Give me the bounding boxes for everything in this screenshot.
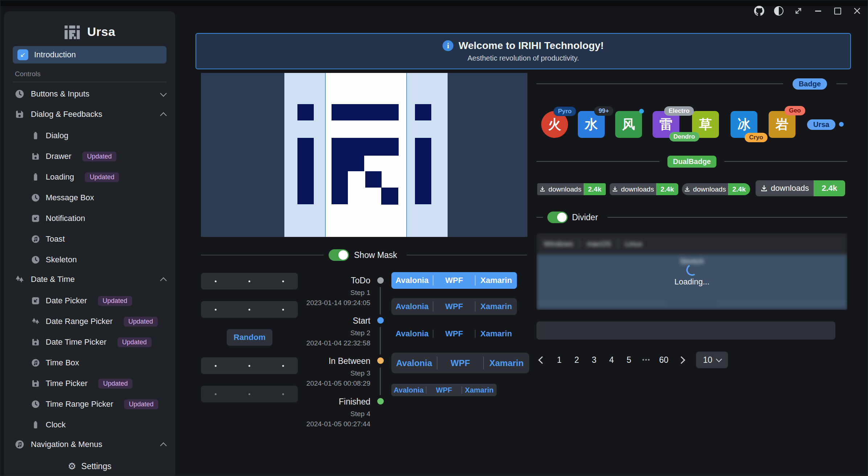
next-page-button[interactable] (676, 352, 687, 368)
show-mask-toggle[interactable] (329, 249, 349, 261)
last-page-button[interactable]: 60 (658, 352, 669, 368)
page-5-button[interactable]: 5 (624, 352, 634, 368)
downloads-badge-3: downloads 2.4k (682, 183, 750, 195)
tile-cryo: 冰 Cryo (731, 111, 757, 138)
masked-input-3[interactable] (201, 357, 298, 374)
updated-badge: Updated (124, 399, 158, 409)
random-button[interactable]: Random (227, 329, 272, 346)
show-mask-label: Show Mask (354, 250, 397, 260)
page-size-dropdown[interactable]: 10 (696, 352, 728, 368)
timeline-entry: Start Step 2 2024-01-04 22:32:58 (301, 316, 370, 348)
downloads-label: downloads (693, 185, 726, 193)
sidebar-item-dialog[interactable]: Dialog (4, 128, 175, 144)
sidebar-group-dialog-feedbacks[interactable]: Dialog & Feedbacks (4, 106, 175, 123)
avalonia-button[interactable]: Avalonia (391, 327, 433, 340)
xamarin-button[interactable]: Xamarin (484, 353, 529, 373)
close-icon[interactable] (852, 5, 863, 16)
floppy-icon (31, 338, 40, 346)
banner-title: Welcome to IRIHI Technology! (458, 40, 604, 52)
downloads-label: downloads (621, 185, 654, 193)
avalonia-button[interactable]: Avalonia (391, 272, 433, 289)
prev-page-button[interactable] (536, 352, 547, 368)
clock-icon (31, 193, 40, 202)
sidebar-item-toast[interactable]: Toast (4, 231, 175, 247)
xamarin-button[interactable]: Xamarin (476, 298, 517, 315)
text-input[interactable] (536, 321, 835, 340)
page-2-button[interactable]: 2 (571, 352, 582, 368)
item-label: Notification (46, 214, 85, 223)
theme-toggle-icon[interactable] (773, 5, 784, 16)
wpf-button[interactable]: WPF (437, 353, 483, 373)
avalonia-button[interactable]: Avalonia (391, 384, 426, 396)
tile-char: 水 (585, 116, 598, 134)
timeline-dot-finished (377, 398, 384, 405)
timeline-time: 2024-01-05 00:27:44 (301, 419, 370, 429)
masked-input-2[interactable] (201, 301, 298, 318)
timeline-dot-start (377, 317, 384, 324)
sidebar-item-date-range-picker[interactable]: Date Range Picker Updated (4, 313, 175, 329)
pagination-ellipsis: ••• (641, 352, 652, 368)
button-group-large: Avalonia WPF Xamarin (391, 353, 529, 373)
wpf-button[interactable]: WPF (427, 384, 461, 396)
sidebar-group-buttons-inputs[interactable]: Buttons & Inputs (4, 85, 175, 103)
sidebar-item-introduction[interactable]: ↙ Introduction (13, 46, 166, 63)
sidebar-item-skeleton[interactable]: Skeleton (4, 252, 175, 268)
minimize-icon[interactable] (813, 5, 823, 16)
timeline-dot-todo (377, 277, 384, 284)
sidebar-item-notification[interactable]: Notification (4, 210, 175, 226)
downloads-label: downloads (548, 185, 581, 193)
sidebar-item-date-picker[interactable]: Date Picker Updated (4, 293, 175, 309)
avalonia-button[interactable]: Avalonia (391, 298, 433, 315)
wpf-button[interactable]: WPF (433, 272, 475, 289)
masked-input-1[interactable] (201, 273, 298, 290)
sidebar-item-time-picker[interactable]: Time Picker Updated (4, 376, 175, 391)
battery-icon (31, 420, 40, 429)
tile-pyro: 火 Pyro (541, 111, 568, 138)
sidebar-item-clock[interactable]: Clock (4, 417, 175, 433)
button-group-compact: Avalonia WPF Xamarin (391, 384, 497, 396)
downloads-value: 2.4k (814, 180, 845, 196)
wpf-button[interactable]: WPF (433, 327, 475, 340)
sidebar-item-loading[interactable]: Loading Updated (4, 169, 175, 185)
settings-button[interactable]: ⚙ Settings (4, 456, 175, 476)
sidebar-item-drawer[interactable]: Drawer Updated (4, 148, 175, 164)
tile-electro: 雷 Electro Dendro (653, 111, 679, 138)
sidebar-group-navigation-menus[interactable]: Navigation & Menus (4, 436, 175, 453)
settings-label: Settings (81, 461, 111, 471)
irihi-logo-artwork (201, 73, 527, 237)
divider-toggle[interactable] (547, 212, 568, 223)
item-label: Date Time Picker (46, 337, 107, 347)
sidebar-group-date-time[interactable]: Date & Time (4, 271, 175, 288)
avalonia-button[interactable]: Avalonia (391, 353, 437, 373)
sidebar-item-message-box[interactable]: Message Box (4, 190, 175, 206)
timeline-title: In Between (301, 356, 370, 366)
updated-badge: Updated (98, 379, 132, 389)
dualbadge-divider-pill: DualBadge (667, 156, 716, 168)
pagination: 1 2 3 4 5 ••• 60 10 (536, 352, 728, 368)
sidebar-nav: Ursa ↙ Introduction Controls Buttons & I… (4, 11, 175, 456)
sidebar-item-date-time-picker[interactable]: Date Time Picker Updated (4, 334, 175, 350)
badge-divider: Badge (536, 78, 847, 90)
page-1-button[interactable]: 1 (554, 352, 565, 368)
sidebar-item-time-box[interactable]: Time Box (4, 355, 175, 371)
github-icon[interactable] (754, 5, 765, 16)
wpf-button[interactable]: WPF (433, 298, 475, 315)
welcome-banner: i Welcome to IRIHI Technology! Aesthetic… (196, 33, 851, 69)
xamarin-button[interactable]: Xamarin (462, 384, 497, 396)
sidebar-item-time-range-picker[interactable]: Time Range Picker Updated (4, 396, 175, 412)
page-3-button[interactable]: 3 (589, 352, 600, 368)
arrow-square-icon (31, 214, 40, 223)
chevron-left-icon (538, 356, 546, 364)
clock-icon (31, 255, 40, 264)
downloads-badge-1: downloads 2.4k (537, 183, 606, 195)
item-label: Drawer (46, 152, 71, 161)
maximize-icon[interactable] (832, 5, 843, 16)
page-4-button[interactable]: 4 (606, 352, 617, 368)
divider-line (407, 255, 527, 255)
xamarin-button[interactable]: Xamarin (476, 327, 517, 340)
timeline-title: Start (301, 316, 370, 326)
dot-badge (639, 109, 644, 114)
xamarin-button[interactable]: Xamarin (476, 272, 517, 289)
downloads-value: 2.4k (728, 183, 750, 195)
expand-icon[interactable] (793, 5, 804, 16)
